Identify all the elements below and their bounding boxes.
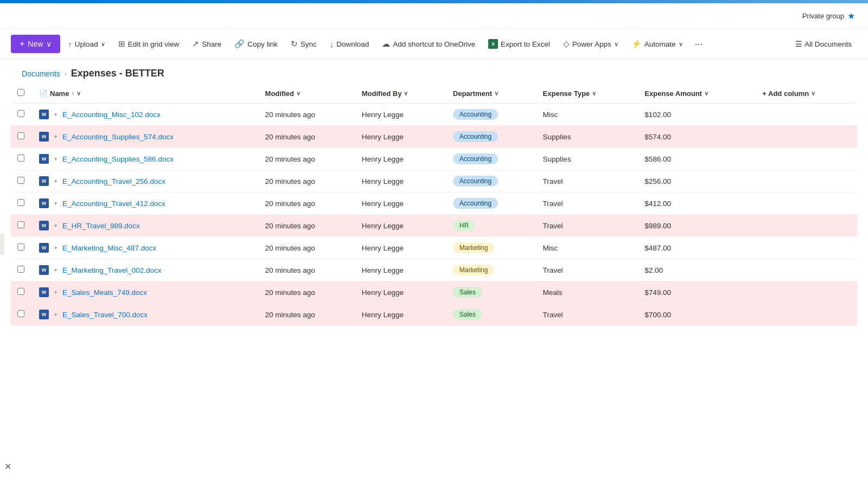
- row-checkbox[interactable]: [17, 155, 24, 162]
- row-checkbox[interactable]: [17, 243, 24, 251]
- share-button[interactable]: ↗ Share: [187, 36, 227, 52]
- row-checkbox[interactable]: [17, 288, 24, 295]
- table-row[interactable]: W ✦ E_Marketing_Misc_487.docx 20 minutes…: [11, 237, 857, 259]
- add-col-cell: [756, 192, 857, 215]
- table-row[interactable]: W ✦ E_Accounting_Travel_412.docx 20 minu…: [11, 192, 857, 215]
- col-header-add-column[interactable]: + Add column ∨: [756, 84, 857, 104]
- breadcrumb-documents[interactable]: Documents: [22, 69, 60, 78]
- file-link[interactable]: E_Accounting_Supplies_574.docx: [62, 133, 174, 141]
- file-link[interactable]: E_Accounting_Travel_256.docx: [62, 177, 165, 185]
- all-documents-button[interactable]: ☰ All Documents: [790, 36, 857, 52]
- row-checkbox[interactable]: [17, 132, 24, 139]
- col-header-expense-amount[interactable]: Expense Amount ∨: [638, 84, 756, 104]
- private-group-text: Private group: [802, 12, 844, 20]
- row-checkbox-cell[interactable]: [11, 104, 33, 126]
- row-checkbox[interactable]: [17, 199, 24, 206]
- power-apps-button[interactable]: ◇ Power Apps ∨: [558, 36, 624, 52]
- share-icon: ↗: [192, 39, 199, 49]
- row-checkbox[interactable]: [17, 110, 24, 117]
- department-cell: Accounting: [446, 192, 537, 215]
- file-link[interactable]: E_Accounting_Misc_102.docx: [62, 111, 161, 119]
- expense-type-filter-icon[interactable]: ∨: [592, 90, 596, 97]
- modified-filter-icon[interactable]: ∨: [296, 90, 301, 97]
- table-row[interactable]: W ✦ E_Accounting_Supplies_586.docx 20 mi…: [11, 148, 857, 170]
- file-link[interactable]: E_Accounting_Travel_412.docx: [62, 200, 165, 208]
- col-header-name[interactable]: 📄 Name ↑ ∨: [33, 84, 259, 104]
- modified-by-cell: Henry Legge: [355, 126, 446, 148]
- breadcrumb-separator: ›: [65, 70, 67, 78]
- expense-amount-cell: $700.00: [638, 304, 756, 326]
- pin-icon: ✦: [53, 311, 58, 318]
- file-link[interactable]: E_Accounting_Supplies_586.docx: [62, 155, 174, 163]
- department-badge: Accounting: [453, 176, 498, 187]
- row-checkbox-cell[interactable]: [11, 215, 33, 237]
- download-button[interactable]: ↓ Download: [324, 36, 375, 52]
- row-checkbox[interactable]: [17, 310, 24, 317]
- table-row[interactable]: W ✦ E_Sales_Travel_700.docx 20 minutes a…: [11, 304, 857, 326]
- shortcut-icon: ☁: [382, 39, 390, 49]
- row-checkbox[interactable]: [17, 177, 24, 184]
- row-checkbox[interactable]: [17, 221, 24, 228]
- pin-icon: ✦: [53, 156, 58, 163]
- row-checkbox-cell[interactable]: [11, 237, 33, 259]
- row-checkbox-cell[interactable]: [11, 170, 33, 192]
- star-icon[interactable]: ★: [847, 11, 855, 21]
- add-shortcut-button[interactable]: ☁ Add shortcut to OneDrive: [376, 36, 481, 52]
- file-link[interactable]: E_Marketing_Travel_002.docx: [62, 266, 162, 274]
- automate-button[interactable]: ⚡ Automate ∨: [626, 36, 688, 52]
- upload-button[interactable]: ↑ Upload ∨: [62, 36, 110, 52]
- row-checkbox-cell[interactable]: [11, 281, 33, 304]
- select-all-checkbox[interactable]: [17, 89, 24, 96]
- add-col-cell: [756, 237, 857, 259]
- department-filter-icon[interactable]: ∨: [494, 90, 499, 97]
- table-row[interactable]: W ✦ E_Marketing_Travel_002.docx 20 minut…: [11, 259, 857, 281]
- file-link[interactable]: E_HR_Travel_989.docx: [62, 222, 140, 230]
- view-icon: ☰: [795, 40, 802, 48]
- new-button[interactable]: + New ∨: [11, 35, 60, 53]
- sync-button[interactable]: ↻ Sync: [285, 36, 322, 52]
- table-row[interactable]: W ✦ E_HR_Travel_989.docx 20 minutes ago …: [11, 215, 857, 237]
- export-excel-button[interactable]: X Export to Excel: [483, 36, 556, 52]
- row-checkbox[interactable]: [17, 266, 24, 273]
- file-link[interactable]: E_Sales_Travel_700.docx: [62, 311, 148, 319]
- excel-icon: X: [488, 39, 498, 49]
- more-button[interactable]: ···: [691, 35, 707, 53]
- edit-grid-button[interactable]: ⊞ Edit in grid view: [113, 36, 185, 52]
- table-row[interactable]: W ✦ E_Accounting_Travel_256.docx 20 minu…: [11, 170, 857, 192]
- row-checkbox-cell[interactable]: [11, 126, 33, 148]
- file-name-cell: W ✦ E_Accounting_Supplies_586.docx: [33, 148, 259, 170]
- row-checkbox-cell[interactable]: [11, 304, 33, 326]
- word-icon: W: [39, 243, 49, 253]
- name-filter-icon[interactable]: ∨: [76, 90, 81, 97]
- department-cell: Sales: [446, 281, 537, 304]
- file-link[interactable]: E_Marketing_Misc_487.docx: [62, 244, 156, 252]
- row-checkbox-cell[interactable]: [11, 192, 33, 215]
- word-icon: W: [39, 287, 49, 297]
- col-header-department[interactable]: Department ∨: [446, 84, 537, 104]
- table-row[interactable]: W ✦ E_Sales_Meals_749.docx 20 minutes ag…: [11, 281, 857, 304]
- modified-by-cell: Henry Legge: [355, 148, 446, 170]
- left-edge-handle[interactable]: [0, 233, 4, 255]
- modified-by-filter-icon[interactable]: ∨: [404, 90, 408, 97]
- file-name-cell: W ✦ E_HR_Travel_989.docx: [33, 215, 259, 237]
- modified-cell: 20 minutes ago: [259, 104, 355, 126]
- col-header-expense-type[interactable]: Expense Type ∨: [537, 84, 639, 104]
- checkbox-col-header[interactable]: [11, 84, 33, 104]
- row-checkbox-cell[interactable]: [11, 148, 33, 170]
- department-cell: Accounting: [446, 148, 537, 170]
- table-row[interactable]: W ✦ E_Accounting_Misc_102.docx 20 minute…: [11, 104, 857, 126]
- expense-type-cell: Meals: [537, 281, 639, 304]
- expense-type-cell: Supplies: [537, 126, 639, 148]
- pin-icon: ✦: [53, 222, 58, 229]
- row-checkbox-cell[interactable]: [11, 259, 33, 281]
- table-row[interactable]: W ✦ E_Accounting_Supplies_574.docx 20 mi…: [11, 126, 857, 148]
- department-badge: Accounting: [453, 131, 498, 142]
- expense-amount-filter-icon[interactable]: ∨: [704, 90, 709, 97]
- add-column-filter-icon[interactable]: ∨: [811, 90, 815, 97]
- col-header-modified[interactable]: Modified ∨: [259, 84, 355, 104]
- file-link[interactable]: E_Sales_Meals_749.docx: [62, 288, 147, 297]
- col-header-modified-by[interactable]: Modified By ∨: [355, 84, 446, 104]
- pin-icon: ✦: [53, 178, 58, 185]
- copy-link-button[interactable]: 🔗 Copy link: [229, 36, 283, 52]
- pin-icon: ✦: [53, 111, 58, 118]
